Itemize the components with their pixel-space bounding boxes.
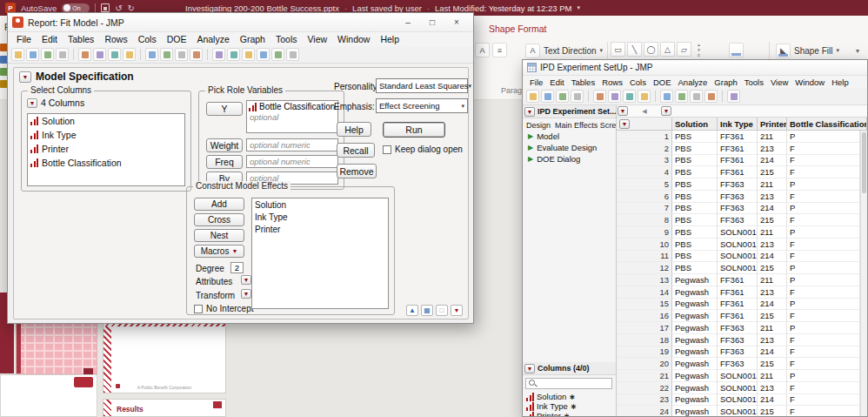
shape-gallery[interactable]: ▭ ╲ ◯ △ ▱ ▴ ▾ ≡ bbox=[611, 42, 704, 57]
data-cell[interactable]: Pegwash bbox=[672, 382, 718, 394]
data-cell[interactable]: 211 bbox=[758, 274, 787, 286]
data-cell[interactable]: 215 bbox=[758, 262, 787, 274]
data-cell[interactable]: PBS bbox=[672, 131, 718, 143]
data-cell[interactable]: FF361 bbox=[718, 155, 758, 167]
toolbar-icon[interactable] bbox=[123, 48, 136, 61]
data-cell[interactable]: F bbox=[787, 310, 860, 322]
toolbar-icon[interactable] bbox=[190, 48, 203, 61]
row-number-cell[interactable]: 19 bbox=[617, 346, 672, 359]
rectangle-shape-icon[interactable]: ▭ bbox=[611, 42, 625, 57]
degree-input[interactable]: 2 bbox=[230, 262, 244, 273]
menu-file[interactable]: File bbox=[526, 77, 546, 87]
shape-fill-group[interactable]: ◣ Shape Fill ▾ bbox=[776, 43, 839, 58]
data-cell[interactable]: SOLN001 bbox=[718, 406, 758, 416]
gallery-more-icon[interactable]: ≡ bbox=[698, 52, 700, 57]
edit-text-icon[interactable]: A bbox=[475, 43, 490, 57]
menu-graph[interactable]: Graph bbox=[711, 77, 740, 87]
data-cell[interactable]: F bbox=[787, 346, 860, 359]
help-button[interactable]: Help bbox=[337, 122, 371, 137]
data-table-body[interactable]: 1PBSFF361211P2PBSFF361213F3PBSFF361214F4… bbox=[617, 131, 860, 416]
data-cell[interactable]: PBS bbox=[672, 166, 718, 178]
scroll-up-icon[interactable]: ▲ bbox=[406, 305, 418, 316]
menu-analyze[interactable]: Analyze bbox=[191, 34, 234, 44]
data-cell[interactable]: Pegwash bbox=[672, 299, 718, 311]
table-row[interactable]: 6PBSFF363213F bbox=[617, 191, 860, 203]
menu-file[interactable]: File bbox=[11, 34, 37, 44]
data-cell[interactable]: Pegwash bbox=[672, 274, 718, 286]
data-cell[interactable]: FF363 bbox=[718, 191, 758, 203]
table-row[interactable]: 23PegwashSOLN001214F bbox=[617, 394, 860, 407]
toolbar-icon[interactable] bbox=[593, 90, 606, 103]
menu-graph[interactable]: Graph bbox=[235, 34, 270, 44]
data-cell[interactable]: 214 bbox=[758, 299, 787, 311]
maximize-button[interactable]: □ bbox=[420, 14, 444, 31]
toolbar-icon[interactable] bbox=[11, 48, 24, 61]
red-triangle-icon[interactable]: ▼ bbox=[524, 107, 535, 117]
toolbar-icon[interactable] bbox=[675, 90, 688, 103]
row-number-cell[interactable]: 10 bbox=[617, 239, 672, 251]
row-number-cell[interactable]: 15 bbox=[617, 299, 672, 311]
row-number-cell[interactable]: 7 bbox=[617, 203, 672, 215]
columns-count-row[interactable]: ▼ 4 Columns bbox=[27, 98, 84, 108]
data-cell[interactable]: PBS bbox=[672, 239, 718, 251]
row-number-cell[interactable]: 12 bbox=[617, 262, 672, 274]
checkbox-icon[interactable] bbox=[383, 145, 391, 154]
weight-role-button[interactable]: Weight bbox=[206, 138, 243, 152]
data-cell[interactable]: P bbox=[787, 299, 860, 311]
menu-help[interactable]: Help bbox=[828, 77, 852, 87]
data-cell[interactable]: P bbox=[787, 370, 860, 382]
table-row[interactable]: 5PBSFF363211P bbox=[617, 178, 860, 191]
menu-cols[interactable]: Cols bbox=[133, 34, 162, 44]
table-row[interactable]: 4PBSFF361215F bbox=[617, 166, 860, 178]
toolbar-icon[interactable] bbox=[704, 90, 718, 103]
slide-thumbnail-title[interactable]: A Public Benefit Corporation bbox=[103, 320, 226, 393]
row-number-cell[interactable]: 17 bbox=[617, 322, 672, 334]
table-row[interactable]: 14PegwashFF361213F bbox=[617, 286, 860, 299]
attributes-menu-icon[interactable]: ▼ bbox=[241, 275, 251, 285]
toolbar-icon[interactable] bbox=[690, 90, 703, 103]
keep-dialog-checkbox-row[interactable]: Keep dialog open bbox=[383, 145, 463, 154]
data-cell[interactable]: 215 bbox=[758, 406, 787, 416]
data-cell[interactable]: FF361 bbox=[718, 143, 758, 155]
toolbar-icon[interactable] bbox=[727, 90, 740, 103]
menu-rows[interactable]: Rows bbox=[99, 34, 132, 44]
row-number-cell[interactable]: 13 bbox=[617, 274, 672, 286]
emphasis-select[interactable]: Effect Screening ▾ bbox=[376, 98, 468, 113]
menu-window[interactable]: Window bbox=[332, 34, 375, 44]
save-icon[interactable] bbox=[101, 3, 110, 12]
data-cell[interactable]: SOLN001 bbox=[718, 262, 758, 274]
menu-doe[interactable]: DOE bbox=[650, 77, 675, 87]
data-cell[interactable]: PBS bbox=[672, 262, 718, 274]
checkbox-icon[interactable] bbox=[194, 305, 203, 313]
data-cell[interactable]: FF361 bbox=[718, 274, 758, 286]
toolbar-icon[interactable] bbox=[526, 90, 539, 103]
cross-button[interactable]: Cross bbox=[194, 213, 244, 226]
toolbar-icon[interactable] bbox=[638, 90, 651, 103]
table-row[interactable]: 18PegwashFF363213F bbox=[617, 334, 860, 346]
menu-cols[interactable]: Cols bbox=[626, 77, 650, 87]
data-cell[interactable]: FF363 bbox=[718, 346, 758, 359]
row-number-cell[interactable]: 5 bbox=[617, 178, 672, 191]
data-cell[interactable]: SOLN001 bbox=[718, 251, 758, 263]
y-role-button[interactable]: Y bbox=[206, 102, 243, 116]
collapse-panel-icon[interactable]: ◀ bbox=[642, 108, 646, 115]
data-cell[interactable]: 211 bbox=[758, 322, 787, 334]
toolbar-icon[interactable] bbox=[56, 48, 69, 61]
toolbar-icon[interactable] bbox=[286, 48, 299, 61]
column-header[interactable]: Solution bbox=[672, 118, 718, 130]
line-shape-icon[interactable]: ╲ bbox=[627, 42, 642, 57]
table-row[interactable]: 24PegwashSOLN001215F bbox=[617, 406, 860, 416]
data-cell[interactable]: FF361 bbox=[718, 131, 758, 143]
data-cell[interactable]: F bbox=[787, 143, 860, 155]
gallery-scroll-arrows[interactable]: ▴ ▾ ≡ bbox=[693, 42, 704, 57]
columns-search-input[interactable] bbox=[525, 378, 612, 389]
data-cell[interactable]: F bbox=[787, 334, 860, 346]
data-cell[interactable]: P bbox=[787, 203, 860, 215]
close-button[interactable]: × bbox=[444, 14, 469, 31]
toolbar-icon[interactable] bbox=[145, 48, 158, 61]
column-item[interactable]: Ink Type bbox=[28, 128, 184, 142]
data-cell[interactable]: F bbox=[787, 358, 860, 370]
data-cell[interactable]: 211 bbox=[758, 178, 787, 191]
menu-tools[interactable]: Tools bbox=[741, 77, 767, 87]
toolbar-icon[interactable] bbox=[227, 48, 240, 61]
